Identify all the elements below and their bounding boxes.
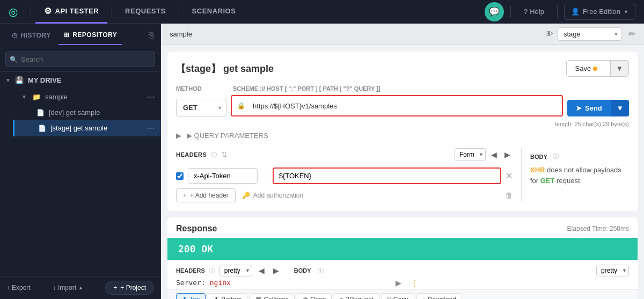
to-request-button[interactable]: ⎋ 2Request (334, 293, 379, 299)
header-key-input[interactable] (188, 168, 258, 184)
xhr-text: XHR (530, 166, 545, 174)
more-options-icon[interactable]: ⋯ (147, 92, 155, 102)
sidebar-tab-history[interactable]: ◷ HISTORY (6, 26, 56, 45)
top-icon: ⬆ (182, 296, 187, 299)
tab-name-label: sample (170, 30, 192, 38)
header-checkbox[interactable] (176, 172, 184, 180)
response-headers-label: HEADERS (176, 267, 205, 274)
body-label-row: BODY ⓘ (530, 152, 629, 161)
sidebar-section-my-drive[interactable]: ▼ 💾 MY DRIVE (0, 72, 160, 89)
query-params-toggle[interactable]: ▶ ▶ QUERY PARAMETERS (176, 129, 629, 142)
history-icon: ◷ (12, 32, 18, 39)
status-code: 200 OK (178, 243, 213, 254)
url-input[interactable] (248, 98, 562, 114)
response-prev-button[interactable]: ◀ (257, 265, 267, 276)
main-layout: ◷ HISTORY ⊞ REPOSITORY ⎘ 🔍 ▼ 💾 MY DRIVE (0, 24, 644, 299)
plus-icon: + (183, 192, 187, 199)
open-button[interactable]: ◉ Open (297, 293, 332, 299)
method-label: METHOD (176, 85, 224, 92)
status-bar: 200 OK (167, 238, 638, 260)
get-text: GET (540, 177, 555, 185)
headers-right: Form Raw ▼ ◀ ▶ (455, 148, 513, 161)
headers-info-icon[interactable]: ⓘ (209, 267, 215, 275)
save-caret-button[interactable]: ▼ (610, 61, 628, 76)
collapse-icon: ▣ (255, 296, 261, 299)
chevron-right-icon: ▶ (176, 132, 181, 140)
header-delete-button[interactable]: ✕ (506, 171, 513, 181)
send-arrow-icon: ➤ (576, 104, 582, 112)
sidebar-action-icon[interactable]: ⎘ (149, 31, 154, 40)
sidebar-tabs: ◷ HISTORY ⊞ REPOSITORY ⎘ (0, 24, 160, 47)
server-header-row: Server: nginx (167, 276, 388, 289)
search-input[interactable] (5, 52, 155, 67)
response-body-col: Server: nginx (167, 276, 388, 289)
download-button[interactable]: ↓ Download (416, 293, 462, 299)
left-panel: HEADERS ⓘ ⇅ Form Raw ▼ ◀ (176, 148, 522, 202)
user-icon: 👤 (571, 8, 580, 16)
url-input-container: 🔒 (231, 95, 563, 116)
nav-item-api-tester[interactable]: ⚙ API TESTER (35, 0, 107, 24)
help-button[interactable]: ? Help (517, 8, 551, 16)
edit-icon[interactable]: ✏ (628, 29, 635, 39)
next-arrow-button[interactable]: ▶ (502, 149, 513, 160)
bottom-button[interactable]: ⬇ Bottom (208, 293, 247, 299)
sidebar-item-stage-get-sample[interactable]: 📄 [stage] get sample ⋯ (13, 120, 160, 136)
nav-item-requests[interactable]: REQUESTS (116, 0, 174, 24)
chat-button[interactable]: 💬 (485, 2, 504, 21)
body-label-info-icon[interactable]: ⓘ (318, 267, 324, 275)
info-icon[interactable]: ⓘ (211, 151, 217, 159)
bottom-icon: ⬇ (214, 296, 219, 299)
send-caret-button[interactable]: ▼ (611, 100, 629, 116)
chevron-down-icon: ▼ (622, 268, 627, 273)
nav-right: 💬 ? Help 👤 Free Edition ▼ (485, 2, 635, 21)
url-length: length: 25 char(s) 29 byte(s) (176, 121, 629, 127)
collapse-button[interactable]: ▣ Collapse (250, 293, 295, 299)
export-button[interactable]: ↑ Export (6, 284, 31, 291)
copy-icon: ⎘ (387, 296, 391, 299)
prev-arrow-button[interactable]: ◀ (489, 149, 499, 160)
eye-icon[interactable]: 👁 (545, 30, 553, 39)
response-arrow-col: ▶ (388, 276, 409, 289)
server-value: nginx (210, 279, 231, 287)
project-button[interactable]: + + Project (105, 281, 154, 295)
repository-icon: ⊞ (64, 31, 70, 39)
add-auth-button[interactable]: 🔑 Add authorization (242, 192, 303, 199)
json-open-brace: { (413, 279, 415, 287)
response-tabs-row: HEADERS ⓘ pretty raw ▼ ◀ ▶ BODY ⓘ prett (167, 260, 638, 276)
nav-item-scenarios[interactable]: SCENARIOS (184, 0, 245, 24)
open-icon: ◉ (303, 296, 308, 299)
header-value-input[interactable] (273, 167, 501, 184)
colon-separator: : (264, 172, 266, 180)
response-next-button[interactable]: ▶ (271, 265, 281, 276)
request-panel: 【stage】 get sample Save ▼ METHOD SCHEME … (167, 52, 638, 211)
delete-row-button[interactable]: 🗑 (505, 191, 513, 200)
key-icon: 🔑 (242, 192, 250, 199)
headers-body-section: HEADERS ⓘ ⇅ Form Raw ▼ ◀ (176, 148, 629, 202)
env-selector-wrap: stage dev prod ▼ (558, 27, 622, 41)
import-button[interactable]: ↓ Import ▲ (53, 284, 83, 291)
sidebar-tab-repository[interactable]: ⊞ REPOSITORY (58, 26, 123, 45)
env-select[interactable]: stage dev prod (558, 27, 622, 41)
send-button[interactable]: ➤ Send (567, 100, 611, 116)
copy-button[interactable]: ⎘ Copy (382, 293, 414, 299)
drive-icon: 💾 (15, 76, 24, 84)
add-header-button[interactable]: + + Add header (176, 188, 236, 202)
save-button[interactable]: Save (567, 61, 610, 76)
sidebar-search: 🔍 (0, 47, 160, 72)
api-tester-icon: ⚙ (44, 6, 52, 16)
response-body-label: BODY (294, 267, 311, 274)
lock-icon: 🔒 (232, 96, 248, 115)
chevron-down-icon: ▼ (21, 94, 27, 100)
body-info-icon[interactable]: ⓘ (553, 152, 559, 161)
top-button[interactable]: ⬆ Top (176, 293, 206, 299)
expand-arrow-icon[interactable]: ▶ (392, 279, 405, 287)
more-options-icon[interactable]: ⋯ (147, 123, 155, 133)
file-icon: 📄 (38, 125, 46, 132)
sidebar-item-sample-folder[interactable]: ▼ 📁 sample ⋯ (6, 89, 160, 105)
free-edition-button[interactable]: 👤 Free Edition ▼ (564, 4, 635, 20)
sidebar-item-dev-get-sample[interactable]: 📄 [dev] get sample (13, 105, 160, 120)
request-title-row: 【stage】 get sample Save ▼ (176, 60, 629, 77)
header-actions-row: + + Add header 🔑 Add authorization 🗑 (176, 188, 513, 202)
response-title: Response (176, 224, 217, 234)
filter-icon[interactable]: ⇅ (221, 150, 228, 159)
